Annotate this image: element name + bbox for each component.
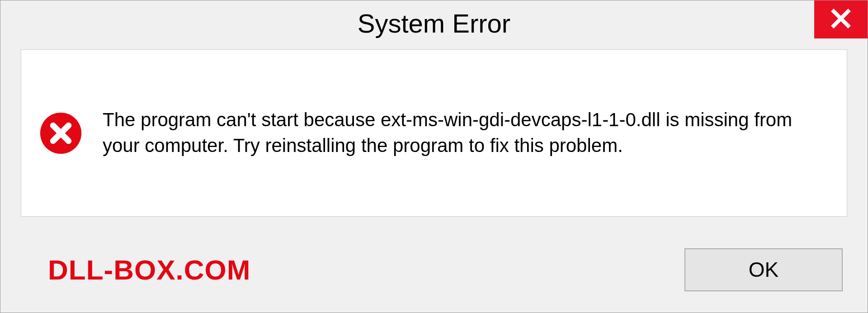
close-icon [830, 8, 852, 31]
ok-button[interactable]: OK [684, 248, 843, 291]
error-dialog: System Error The program can't start bec… [0, 0, 868, 313]
title-bar: System Error [0, 0, 868, 46]
watermark-text: DLL-BOX.COM [48, 254, 250, 286]
dialog-title: System Error [358, 8, 510, 38]
error-icon [39, 112, 82, 155]
close-button[interactable] [814, 0, 868, 38]
error-message: The program can't start because ext-ms-w… [103, 107, 829, 158]
dialog-footer: DLL-BOX.COM OK [0, 227, 868, 313]
content-panel: The program can't start because ext-ms-w… [21, 49, 847, 217]
